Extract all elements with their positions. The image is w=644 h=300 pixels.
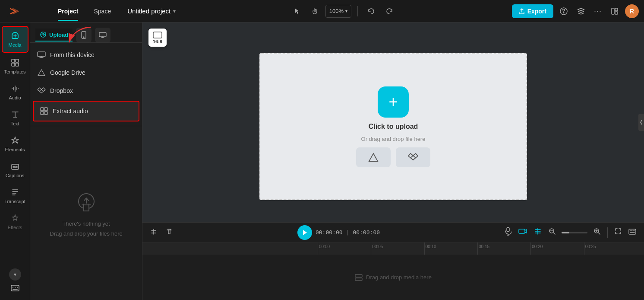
timeline-track-area[interactable]: Drag and drop media here [142, 255, 644, 300]
svg-rect-25 [629, 229, 636, 234]
canvas-upload-zone[interactable]: + Click to upload Or drag and drop file … [259, 53, 527, 200]
help-btn[interactable] [557, 4, 571, 18]
delete-clip-btn[interactable] [163, 227, 175, 239]
screen-tab-btn[interactable] [95, 28, 110, 42]
sidebar-captions-label: Captions [6, 173, 24, 178]
project-title[interactable]: Untitled project ▾ [127, 7, 176, 15]
undo-btn[interactable] [364, 5, 379, 18]
sidebar-item-text[interactable]: Text [2, 105, 28, 131]
svg-rect-11 [11, 285, 19, 291]
svg-rect-26 [355, 274, 362, 277]
svg-point-13 [83, 37, 84, 38]
source-dropbox[interactable]: Dropbox [30, 82, 142, 100]
sidebar-item-transcript[interactable]: Transcript [2, 183, 28, 208]
upload-tab-upload[interactable]: Upload [35, 29, 73, 41]
zoom-slider[interactable] [562, 232, 587, 233]
topbar: Project Space Untitled project ▾ 100% ▾ … [0, 0, 644, 22]
zoom-chevron: ▾ [345, 9, 347, 13]
sidebar-text-label: Text [10, 121, 19, 126]
svg-rect-21 [507, 227, 509, 232]
source-from-device[interactable]: From this device [30, 46, 142, 64]
hand-tool-btn[interactable] [308, 5, 322, 17]
sidebar-media-label: Media [9, 42, 22, 48]
drag-drop-hint: Or drag and drop file here [361, 136, 426, 142]
export-button[interactable]: Export [512, 4, 553, 18]
sidebar-audio-label: Audio [9, 95, 21, 100]
sidebar-item-templates[interactable]: Templates [2, 54, 28, 79]
editor-area: 16:9 + Click to upload Or drag and drop … [142, 22, 644, 300]
svg-rect-8 [12, 63, 15, 66]
drag-drop-media-text: Drag and drop media here [366, 274, 432, 281]
sidebar-elements-label: Elements [5, 147, 25, 152]
topbar-center-controls: 100% ▾ [176, 5, 511, 18]
aspect-ratio-label: 16:9 [153, 39, 162, 44]
zoom-out-btn[interactable] [546, 226, 558, 239]
timecode-sep: | [346, 229, 350, 236]
split-btn[interactable] [148, 227, 160, 239]
mic-btn[interactable] [502, 225, 514, 239]
user-avatar[interactable]: R [625, 4, 639, 18]
svg-rect-27 [355, 278, 362, 281]
svg-rect-5 [615, 12, 618, 14]
play-btn[interactable] [297, 225, 312, 240]
click-upload-text: Click to upload [369, 123, 418, 131]
timeline-right-controls [502, 225, 639, 239]
google-drive-canvas-btn[interactable] [356, 147, 391, 167]
svg-rect-10 [12, 164, 19, 169]
empty-text-2: Drag and drop your files here [50, 230, 122, 237]
empty-text-1: There's nothing yet [62, 220, 110, 227]
ruler-mark-2: 00:10 [424, 243, 477, 255]
svg-rect-4 [615, 8, 618, 11]
svg-rect-18 [41, 112, 44, 115]
sidebar-item-effects[interactable]: Effects [2, 209, 28, 234]
nav-tabs: Project Space [50, 5, 119, 17]
svg-rect-22 [519, 229, 525, 233]
app-logo[interactable] [5, 3, 21, 19]
aspect-ratio-badge[interactable]: 16:9 [148, 29, 167, 47]
source-extract-audio[interactable]: Extract audio [33, 101, 139, 121]
fullscreen-btn[interactable] [612, 226, 624, 239]
plus-icon: + [388, 94, 398, 110]
sidebar-item-captions[interactable]: Captions [2, 157, 28, 182]
zoom-control[interactable]: 100% ▾ [325, 5, 351, 18]
sidebar-transcript-label: Transcript [4, 199, 25, 204]
nav-tab-space[interactable]: Space [86, 5, 119, 17]
keyboard-shortcut-icon[interactable] [10, 283, 20, 295]
main-content: Media Templates Audio Text Elements Capt… [0, 22, 644, 300]
svg-rect-16 [41, 108, 44, 111]
align-btn[interactable] [531, 226, 544, 239]
source-device-label: From this device [50, 51, 95, 58]
camera-btn[interactable] [516, 226, 530, 239]
panel-collapse-handle[interactable] [638, 114, 644, 131]
captions-timeline-btn[interactable] [626, 226, 639, 239]
source-gdrive-label: Google Drive [50, 69, 85, 76]
sidebar-item-media[interactable]: Media [2, 26, 28, 53]
svg-rect-3 [612, 8, 614, 14]
layers-btn[interactable] [574, 4, 588, 18]
zoom-in-btn[interactable] [591, 226, 603, 239]
upload-panel: Upload From this device Google Drive Dro… [30, 22, 142, 300]
canvas-upload-btn[interactable]: + [378, 86, 409, 118]
phone-tab-btn[interactable] [76, 28, 92, 42]
svg-rect-20 [153, 32, 162, 38]
upload-sources: From this device Google Drive Dropbox Ex… [30, 43, 142, 126]
source-google-drive[interactable]: Google Drive [30, 64, 142, 82]
sidebar-effects-label: Effects [8, 225, 22, 230]
ruler-mark-0: 00:00 [318, 243, 371, 255]
svg-rect-7 [16, 59, 19, 62]
export-label: Export [527, 8, 546, 15]
sidebar-more-btn[interactable]: ▾ [9, 268, 21, 281]
sidebar-item-elements[interactable]: Elements [2, 131, 28, 156]
svg-rect-9 [16, 63, 19, 66]
svg-rect-14 [99, 32, 106, 37]
canvas-area: 16:9 + Click to upload Or drag and drop … [142, 22, 644, 222]
dropbox-canvas-btn[interactable] [396, 147, 430, 167]
cursor-tool-btn[interactable] [291, 5, 305, 17]
ruler-mark-5: 00:25 [584, 243, 637, 255]
layout-btn[interactable] [608, 4, 622, 18]
redo-btn[interactable] [382, 5, 397, 18]
nav-tab-project[interactable]: Project [50, 5, 86, 17]
sidebar-item-audio[interactable]: Audio [2, 80, 28, 105]
canvas-viewport: + Click to upload Or drag and drop file … [142, 22, 644, 222]
more-options-btn[interactable]: ··· [591, 4, 604, 18]
